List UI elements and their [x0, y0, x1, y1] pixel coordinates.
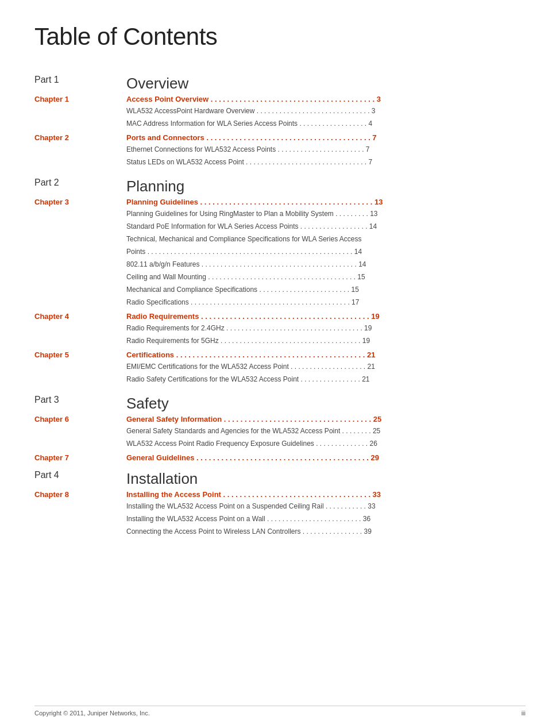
- part-row: Part 4 Installation: [34, 469, 526, 489]
- part-title: Installation: [126, 469, 526, 489]
- toc-entry-row: Installing the WLA532 Access Point on a …: [34, 513, 526, 525]
- toc-entry: Ethernet Connections for WLA532 Access P…: [126, 143, 526, 156]
- chapter-label: Chapter 4: [34, 311, 126, 322]
- toc-entry-row: Installing the WLA532 Access Point on a …: [34, 500, 526, 513]
- footer-copyright: Copyright © 2011, Juniper Networks, Inc.: [34, 710, 150, 717]
- toc-entry-row: Connecting the Access Point to Wireless …: [34, 525, 526, 538]
- toc-entry-row: Ceiling and Wall Mounting . . . . . . . …: [34, 271, 526, 283]
- toc-entry-row: Standard PoE Information for WLA Series …: [34, 220, 526, 233]
- toc-entry: Radio Safety Certifications for the WLA5…: [126, 373, 526, 386]
- chapter-label: Chapter 1: [34, 94, 126, 105]
- part-row: Part 3 Safety: [34, 394, 526, 414]
- toc-entry: 802.11 a/b/g/n Features . . . . . . . . …: [126, 258, 526, 271]
- chapter-row: Chapter 5 Certifications . . . . . . . .…: [34, 349, 526, 360]
- toc-entry: Installing the WLA532 Access Point on a …: [126, 513, 526, 525]
- footer-page-number: iii: [522, 710, 526, 717]
- chapter-title: General Safety Information . . . . . . .…: [126, 414, 526, 425]
- toc-entry-row: EMI/EMC Certifications for the WLA532 Ac…: [34, 360, 526, 373]
- toc-entry: Standard PoE Information for WLA Series …: [126, 220, 526, 233]
- part-title: Overview: [126, 74, 526, 94]
- toc-entry: Points . . . . . . . . . . . . . . . . .…: [126, 245, 526, 258]
- footer: Copyright © 2011, Juniper Networks, Inc.…: [34, 706, 526, 717]
- toc-entry: Mechanical and Compliance Specifications…: [126, 283, 526, 296]
- toc-entry-row: Technical, Mechanical and Compliance Spe…: [34, 233, 526, 245]
- part-label: Part 1: [34, 74, 126, 94]
- toc-table: Part 1 Overview Chapter 1 Access Point O…: [34, 74, 526, 540]
- chapter-label: Chapter 3: [34, 197, 126, 207]
- toc-entry: EMI/EMC Certifications for the WLA532 Ac…: [126, 360, 526, 373]
- toc-entry: General Safety Standards and Agencies fo…: [126, 425, 526, 437]
- part-row: Part 1 Overview: [34, 74, 526, 94]
- chapter-label: Chapter 5: [34, 349, 126, 360]
- toc-entry-row: Radio Specifications . . . . . . . . . .…: [34, 296, 526, 309]
- toc-entry-row: Mechanical and Compliance Specifications…: [34, 283, 526, 296]
- chapter-label: Chapter 2: [34, 132, 126, 143]
- toc-entry: Status LEDs on WLA532 Access Point . . .…: [126, 156, 526, 168]
- toc-entry: WLA532 AccessPoint Hardware Overview . .…: [126, 105, 526, 117]
- chapter-title: Certifications . . . . . . . . . . . . .…: [126, 349, 526, 360]
- part-label: Part 3: [34, 394, 126, 414]
- toc-entry-row: General Safety Standards and Agencies fo…: [34, 425, 526, 437]
- chapter-row: Chapter 7 General Guidelines . . . . . .…: [34, 452, 526, 463]
- chapter-row: Chapter 8 Installing the Access Point . …: [34, 489, 526, 500]
- toc-entry-row: Radio Safety Certifications for the WLA5…: [34, 373, 526, 386]
- toc-entry-row: MAC Address Information for WLA Series A…: [34, 117, 526, 130]
- chapter-title: Radio Requirements . . . . . . . . . . .…: [126, 311, 526, 322]
- toc-entry: Technical, Mechanical and Compliance Spe…: [126, 233, 526, 245]
- chapter-title: Access Point Overview . . . . . . . . . …: [126, 94, 526, 105]
- part-title: Planning: [126, 176, 526, 197]
- toc-entry-row: Points . . . . . . . . . . . . . . . . .…: [34, 245, 526, 258]
- chapter-title: General Guidelines . . . . . . . . . . .…: [126, 452, 526, 463]
- toc-entry: Ceiling and Wall Mounting . . . . . . . …: [126, 271, 526, 283]
- toc-entry-row: WLA532 AccessPoint Hardware Overview . .…: [34, 105, 526, 117]
- chapter-row: Chapter 4 Radio Requirements . . . . . .…: [34, 311, 526, 322]
- chapter-label: Chapter 7: [34, 452, 126, 463]
- chapter-title: Planning Guidelines . . . . . . . . . . …: [126, 197, 526, 207]
- toc-entry: Connecting the Access Point to Wireless …: [126, 525, 526, 538]
- chapter-row: Chapter 2 Ports and Connectors . . . . .…: [34, 132, 526, 143]
- part-row: Part 2 Planning: [34, 176, 526, 197]
- chapter-title: Installing the Access Point . . . . . . …: [126, 489, 526, 500]
- toc-entry-row: Ethernet Connections for WLA532 Access P…: [34, 143, 526, 156]
- toc-entry: Radio Requirements for 5GHz . . . . . . …: [126, 334, 526, 347]
- chapter-row: Chapter 3 Planning Guidelines . . . . . …: [34, 197, 526, 207]
- chapter-label: Chapter 8: [34, 489, 126, 500]
- toc-entry: Planning Guidelines for Using RingMaster…: [126, 207, 526, 220]
- chapter-row: Chapter 1 Access Point Overview . . . . …: [34, 94, 526, 105]
- part-label: Part 4: [34, 469, 126, 489]
- toc-entry: Radio Requirements for 2.4GHz . . . . . …: [126, 322, 526, 334]
- toc-entry: Radio Specifications . . . . . . . . . .…: [126, 296, 526, 309]
- toc-entry-row: WLA532 Access Point Radio Frequency Expo…: [34, 437, 526, 450]
- part-title: Safety: [126, 394, 526, 414]
- toc-entry-row: 802.11 a/b/g/n Features . . . . . . . . …: [34, 258, 526, 271]
- toc-entry: Installing the WLA532 Access Point on a …: [126, 500, 526, 513]
- chapter-label: Chapter 6: [34, 414, 126, 425]
- part-label: Part 2: [34, 176, 126, 197]
- page-title: Table of Contents: [34, 23, 526, 51]
- chapter-title: Ports and Connectors . . . . . . . . . .…: [126, 132, 526, 143]
- chapter-row: Chapter 6 General Safety Information . .…: [34, 414, 526, 425]
- toc-entry-row: Radio Requirements for 5GHz . . . . . . …: [34, 334, 526, 347]
- toc-entry-row: Planning Guidelines for Using RingMaster…: [34, 207, 526, 220]
- toc-entry: MAC Address Information for WLA Series A…: [126, 117, 526, 130]
- toc-entry: WLA532 Access Point Radio Frequency Expo…: [126, 437, 526, 450]
- toc-entry-row: Status LEDs on WLA532 Access Point . . .…: [34, 156, 526, 168]
- toc-entry-row: Radio Requirements for 2.4GHz . . . . . …: [34, 322, 526, 334]
